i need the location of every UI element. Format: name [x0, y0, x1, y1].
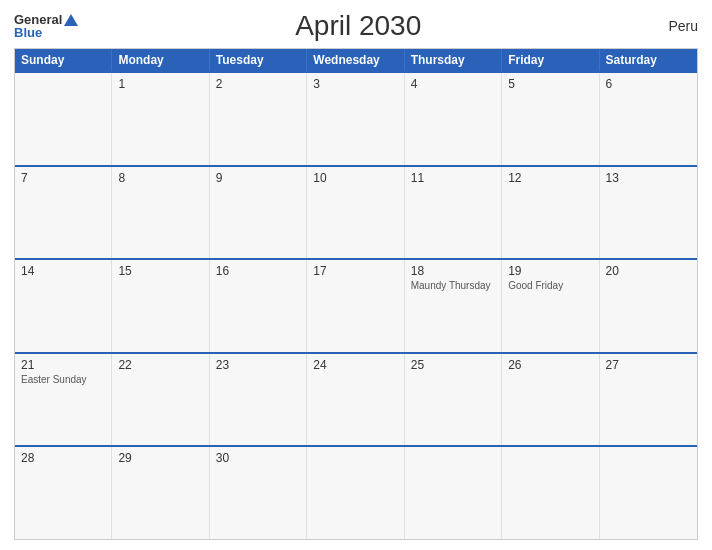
day-number: 1 [118, 77, 202, 91]
day-number: 7 [21, 171, 105, 185]
day-number: 22 [118, 358, 202, 372]
day-number: 16 [216, 264, 300, 278]
logo-triangle-icon [64, 14, 78, 26]
calendar-cell: 13 [600, 167, 697, 259]
day-of-week-sunday: Sunday [15, 49, 112, 71]
day-number: 29 [118, 451, 202, 465]
day-number: 23 [216, 358, 300, 372]
calendar-cell: 7 [15, 167, 112, 259]
calendar-week-3: 1415161718Maundy Thursday19Good Friday20 [15, 258, 697, 352]
calendar-cell: 20 [600, 260, 697, 352]
page: General Blue April 2030 Peru SundayMonda… [0, 0, 712, 550]
calendar-cell: 28 [15, 447, 112, 539]
calendar-cell: 1 [112, 73, 209, 165]
calendar-week-4: 21Easter Sunday222324252627 [15, 352, 697, 446]
day-number: 26 [508, 358, 592, 372]
calendar-cell [405, 447, 502, 539]
day-number: 27 [606, 358, 691, 372]
calendar-cell: 24 [307, 354, 404, 446]
logo-blue-text: Blue [14, 26, 78, 39]
calendar-cell: 11 [405, 167, 502, 259]
calendar-cell [15, 73, 112, 165]
calendar-cell: 6 [600, 73, 697, 165]
day-number: 17 [313, 264, 397, 278]
day-number: 30 [216, 451, 300, 465]
calendar-title: April 2030 [78, 10, 638, 42]
day-of-week-saturday: Saturday [600, 49, 697, 71]
day-number: 15 [118, 264, 202, 278]
day-number: 6 [606, 77, 691, 91]
day-number: 13 [606, 171, 691, 185]
day-number: 4 [411, 77, 495, 91]
country-label: Peru [638, 18, 698, 34]
calendar-cell: 26 [502, 354, 599, 446]
calendar-cell: 30 [210, 447, 307, 539]
calendar-cell: 10 [307, 167, 404, 259]
event-label: Easter Sunday [21, 374, 105, 385]
calendar-cell: 12 [502, 167, 599, 259]
calendar-cell: 9 [210, 167, 307, 259]
day-number: 5 [508, 77, 592, 91]
day-number: 2 [216, 77, 300, 91]
day-number: 11 [411, 171, 495, 185]
day-of-week-friday: Friday [502, 49, 599, 71]
day-of-week-wednesday: Wednesday [307, 49, 404, 71]
calendar-cell: 8 [112, 167, 209, 259]
calendar-body: 123456789101112131415161718Maundy Thursd… [15, 71, 697, 539]
calendar-cell: 29 [112, 447, 209, 539]
calendar-week-5: 282930 [15, 445, 697, 539]
calendar-cell: 15 [112, 260, 209, 352]
calendar-cell: 5 [502, 73, 599, 165]
calendar-cell [502, 447, 599, 539]
day-number: 24 [313, 358, 397, 372]
calendar-cell: 22 [112, 354, 209, 446]
calendar-cell: 17 [307, 260, 404, 352]
calendar-week-1: 123456 [15, 71, 697, 165]
day-number: 19 [508, 264, 592, 278]
day-number: 18 [411, 264, 495, 278]
logo: General Blue [14, 13, 78, 39]
day-number: 14 [21, 264, 105, 278]
calendar-cell: 16 [210, 260, 307, 352]
header: General Blue April 2030 Peru [14, 10, 698, 42]
calendar-cell: 3 [307, 73, 404, 165]
calendar-cell: 14 [15, 260, 112, 352]
calendar-cell: 27 [600, 354, 697, 446]
event-label: Maundy Thursday [411, 280, 495, 291]
calendar-cell: 18Maundy Thursday [405, 260, 502, 352]
calendar-cell [600, 447, 697, 539]
day-number: 10 [313, 171, 397, 185]
calendar-cell: 19Good Friday [502, 260, 599, 352]
calendar: SundayMondayTuesdayWednesdayThursdayFrid… [14, 48, 698, 540]
day-of-week-tuesday: Tuesday [210, 49, 307, 71]
event-label: Good Friday [508, 280, 592, 291]
day-number: 8 [118, 171, 202, 185]
day-number: 21 [21, 358, 105, 372]
day-number: 3 [313, 77, 397, 91]
calendar-cell: 21Easter Sunday [15, 354, 112, 446]
day-of-week-thursday: Thursday [405, 49, 502, 71]
day-number: 25 [411, 358, 495, 372]
day-of-week-monday: Monday [112, 49, 209, 71]
calendar-cell: 2 [210, 73, 307, 165]
day-number: 9 [216, 171, 300, 185]
calendar-cell [307, 447, 404, 539]
calendar-cell: 25 [405, 354, 502, 446]
day-number: 12 [508, 171, 592, 185]
calendar-week-2: 78910111213 [15, 165, 697, 259]
day-number: 28 [21, 451, 105, 465]
calendar-cell: 4 [405, 73, 502, 165]
calendar-header: SundayMondayTuesdayWednesdayThursdayFrid… [15, 49, 697, 71]
calendar-cell: 23 [210, 354, 307, 446]
day-number: 20 [606, 264, 691, 278]
